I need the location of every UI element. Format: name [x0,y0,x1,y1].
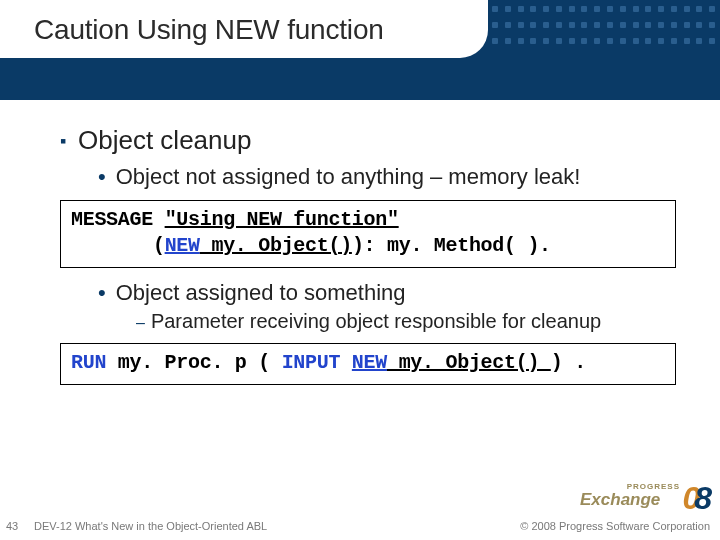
code-keyword-run: RUN [71,351,106,374]
bullet-level2-group-b: •Object assigned to something [98,280,676,306]
code-text: my. Object() [200,234,352,257]
bullet-level2-text: Object assigned to something [116,280,406,305]
bullet-level3-text: Parameter receiving object responsible f… [151,310,601,332]
code-rparen: ) [551,351,563,374]
code-text: . [563,351,586,374]
code-text: MESSAGE [71,208,165,231]
logo-exchange-text: Exchange [580,490,660,510]
code-keyword-new: NEW [352,351,387,374]
title-area: Caution Using NEW function [0,0,488,58]
footer-left-text: DEV-12 What's New in the Object-Oriented… [34,520,267,532]
dash-bullet-icon: – [136,314,145,332]
slide-title: Caution Using NEW function [0,0,488,46]
footer-copyright: © 2008 Progress Software Corporation [520,520,710,532]
code-lparen: ( [153,234,165,257]
slide-number: 43 [6,520,18,532]
bullet-level2-group-a: •Object not assigned to anything – memor… [98,164,676,190]
code-keyword-new: NEW [165,234,200,257]
bullet-level2-item: •Object assigned to something [98,280,676,306]
bullet-level1: ▪Object cleanup [60,125,676,156]
bullet-level2-item: •Object not assigned to anything – memor… [98,164,676,190]
square-bullet-icon: ▪ [60,131,68,152]
footer: 43 DEV-12 What's New in the Object-Orien… [0,508,720,540]
code-string: "Using NEW function" [165,208,399,231]
code-box-2: RUN my. Proc. p ( INPUT NEW my. Object()… [60,343,676,385]
code-text: my. Proc. p ( [106,351,282,374]
code-text: my. Object() [387,351,551,374]
bullet-level3-item: –Parameter receiving object responsible … [136,310,676,333]
slide-content: ▪Object cleanup •Object not assigned to … [60,125,676,397]
dot-bullet-icon: • [98,164,106,190]
dot-bullet-icon: • [98,280,106,306]
code-space [340,351,352,374]
bullet-level1-text: Object cleanup [78,125,251,155]
bullet-level2-text: Object not assigned to anything – memory… [116,164,581,189]
code-keyword-input: INPUT [282,351,341,374]
code-text: : my. Method( ). [364,234,551,257]
code-box-1: MESSAGE "Using NEW function" (NEW my. Ob… [60,200,676,268]
code-indent [71,234,153,257]
bullet-level3-group: –Parameter receiving object responsible … [136,310,676,333]
decorative-dots [492,6,716,48]
code-rparen: ) [352,234,364,257]
slide: Caution Using NEW function ▪Object clean… [0,0,720,540]
